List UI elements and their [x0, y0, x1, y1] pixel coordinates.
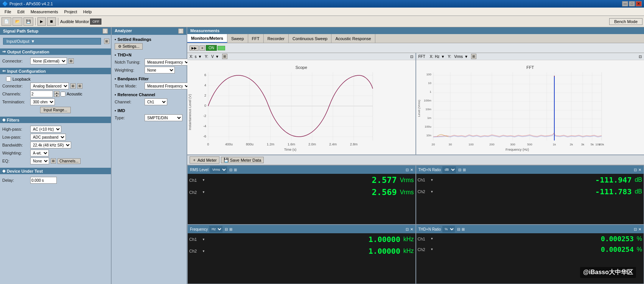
channel-ref-label: Channel:: [115, 100, 143, 104]
tab-fft[interactable]: FFT: [248, 34, 264, 43]
monitor-btn1[interactable]: ▶▶: [190, 45, 199, 51]
output-connector-select[interactable]: None (External): [30, 58, 67, 64]
rms-ch1-unit: Vrms: [400, 177, 414, 184]
freq-ch1-arrow[interactable]: ▼: [202, 238, 205, 241]
fft-expand-icon[interactable]: ⊞: [471, 54, 476, 59]
signal-path-dropdown[interactable]: Input/Output ▼: [3, 38, 101, 45]
tab-acoustic-response[interactable]: Acoustic Response: [331, 34, 375, 43]
thdn-db-ch1-arrow[interactable]: ▼: [431, 178, 434, 182]
thdn-db-expand-icon[interactable]: ⊞: [463, 168, 466, 172]
svg-text:5k: 5k: [590, 143, 594, 146]
eq-icon[interactable]: ⊞: [51, 158, 56, 164]
thdn-pct-unit-select[interactable]: %: [442, 226, 455, 233]
input-connector-expand[interactable]: ⊞: [70, 83, 76, 89]
thdn-db-ch2-arrow[interactable]: ▼: [431, 190, 434, 193]
frequency-menu-icon[interactable]: ⊟: [225, 227, 228, 231]
thdn-pct-expand-icon[interactable]: ⊞: [462, 227, 465, 231]
acoustic-checkbox[interactable]: [61, 92, 65, 97]
thdn-db-float-icon[interactable]: ⊡: [634, 168, 637, 172]
rms-ch2-arrow[interactable]: ▼: [202, 190, 205, 194]
title-bar-text: Project - APx500 v4.2.1: [9, 2, 53, 6]
rms-float-icon[interactable]: ⊡: [406, 168, 409, 172]
delay-input[interactable]: [30, 177, 57, 184]
channels-input[interactable]: [30, 91, 53, 97]
frequency-expand-icon[interactable]: ⊞: [229, 227, 232, 231]
notch-tuning-select[interactable]: Measured Frequency: [145, 59, 190, 66]
menu-help[interactable]: Help: [80, 9, 95, 15]
thdn-pct-close-icon[interactable]: ✕: [638, 227, 641, 231]
rms-menu-icon[interactable]: ⊟: [229, 168, 232, 172]
thdn-pct-float-icon[interactable]: ⊡: [634, 227, 637, 231]
frequency-unit-select[interactable]: Hz: [209, 226, 222, 233]
analyzer-expand[interactable]: ⟩: [178, 28, 184, 34]
rms-close-icon[interactable]: ✕: [410, 168, 413, 172]
thdn-db-unit-select[interactable]: dB: [442, 166, 456, 173]
measurements-tab-bar: Monitors/Meters Sweep FFT Recorder Conti…: [187, 34, 644, 43]
channels-up[interactable]: ▲: [54, 91, 59, 94]
signal-path-expand-icon[interactable]: ⊞: [104, 39, 109, 44]
loopback-checkbox[interactable]: [6, 76, 11, 81]
thdn-db-title: THD+N Ratio: [418, 168, 441, 172]
svg-text:30: 30: [448, 143, 452, 146]
bandwidth-select[interactable]: 22.4k (48 kHz SR): [30, 142, 71, 148]
scope-fullscreen[interactable]: ⊡: [410, 55, 413, 59]
scope-expand-icon[interactable]: ⊞: [222, 54, 227, 59]
thdn-pct-menu-icon[interactable]: ⊟: [457, 227, 460, 231]
thdn-pct-ch1-arrow[interactable]: ▼: [431, 237, 434, 240]
imd-type-select[interactable]: SMPTE/DIN: [145, 114, 182, 121]
eq-label: EQ:: [2, 159, 29, 163]
tab-continuous-sweep[interactable]: Continuous Sweep: [289, 34, 331, 43]
fft-y-dropdown[interactable]: ▼: [464, 55, 468, 59]
thdn-pct-ch2-arrow[interactable]: ▼: [431, 248, 434, 251]
input-range-button[interactable]: Input Range...: [40, 107, 71, 113]
input-connector-select[interactable]: Analog Balanced: [30, 83, 69, 89]
tab-monitors-meters[interactable]: Monitors/Meters: [187, 34, 227, 43]
frequency-float-icon[interactable]: ⊡: [406, 227, 409, 231]
termination-select[interactable]: 300 ohm: [30, 98, 55, 105]
input-connector-icon2[interactable]: ⊞: [77, 83, 82, 89]
highpass-select[interactable]: AC (<10 Hz): [30, 126, 61, 133]
svg-text:0: 0: [207, 142, 209, 146]
on-button[interactable]: ON: [206, 45, 217, 51]
output-connector-icon[interactable]: ⊞: [68, 58, 74, 64]
svg-text:4: 4: [204, 83, 206, 87]
audible-monitor-toggle[interactable]: OFF: [90, 19, 101, 25]
menu-edit[interactable]: Edit: [14, 9, 28, 15]
close-button[interactable]: ✕: [636, 1, 642, 6]
ref-channel-select[interactable]: Ch1: [145, 98, 167, 105]
monitor-btn2[interactable]: ≡: [199, 45, 205, 51]
weighting-select[interactable]: A-wt.: [30, 150, 49, 156]
menu-measurements[interactable]: Measurements: [28, 9, 61, 15]
scope-x-dropdown[interactable]: ▼: [198, 55, 202, 59]
channels-button[interactable]: Channels...: [58, 158, 81, 164]
minimize-button[interactable]: —: [622, 1, 628, 6]
rms-expand-icon[interactable]: ⊞: [234, 168, 237, 172]
menu-project[interactable]: Project: [61, 9, 80, 15]
tune-mode-select[interactable]: Measured Frequency: [145, 83, 190, 89]
frequency-close-icon[interactable]: ✕: [410, 227, 413, 231]
lowpass-select[interactable]: ADC passband: [30, 134, 66, 140]
fft-fullscreen[interactable]: ⊡: [639, 55, 642, 59]
rms-ch1-arrow[interactable]: ▼: [202, 178, 205, 182]
run-button[interactable]: ▶: [37, 17, 46, 26]
bench-mode-button[interactable]: Bench Mode: [609, 18, 642, 25]
analyzer-weighting-select[interactable]: None: [145, 67, 175, 73]
menu-file[interactable]: File: [2, 9, 14, 15]
tab-sweep[interactable]: Sweep: [227, 34, 248, 43]
fft-x-dropdown[interactable]: ▼: [441, 55, 445, 59]
rms-unit-select[interactable]: Vrms: [210, 166, 227, 173]
save-button[interactable]: 💾: [23, 17, 33, 26]
stop-button[interactable]: ⏹: [47, 17, 56, 26]
maximize-button[interactable]: □: [629, 1, 635, 6]
thdn-db-close-icon[interactable]: ✕: [638, 168, 641, 172]
eq-select[interactable]: None: [30, 158, 49, 164]
open-button[interactable]: 📂: [12, 17, 22, 26]
tab-recorder[interactable]: Recorder: [264, 34, 289, 43]
channels-down[interactable]: ▼: [54, 94, 59, 97]
signal-path-expand[interactable]: ⟩: [103, 28, 108, 34]
thdn-db-menu-icon[interactable]: ⊟: [458, 168, 461, 172]
freq-ch2-arrow[interactable]: ▼: [202, 250, 205, 253]
settings-button[interactable]: ⚙ Settings...: [115, 43, 143, 50]
new-button[interactable]: 📄: [2, 17, 11, 26]
scope-y-dropdown[interactable]: ▼: [215, 55, 219, 59]
